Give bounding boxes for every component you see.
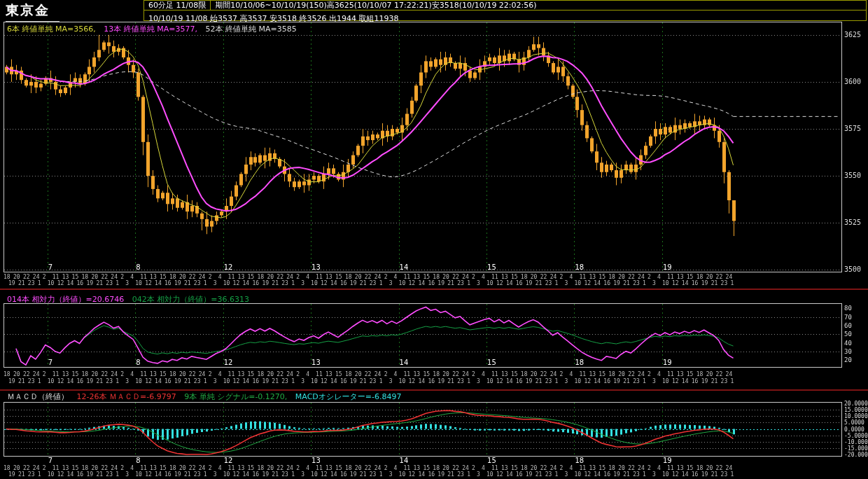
legend-macd-title: ＭＡＣＤ（終値） xyxy=(7,392,69,401)
panel-separator-1 xyxy=(0,289,868,290)
terminal-screen: 東京金 60分足 11/08限 期間10/10/06~10/10/19(150)… xyxy=(0,0,868,479)
legend-macd-signal: 9本 単純 シグナル=-0.1270, xyxy=(184,392,287,401)
legend-ma13: 13本 終値単純 MA=3577, xyxy=(104,25,197,34)
chart-canvas[interactable] xyxy=(0,0,868,479)
rsi-legend: 014本 相対力（終値）=20.6746 042本 相対力（終値）=36.631… xyxy=(7,294,255,305)
contract-info-box: 60分足 11/08限 期間10/10/06~10/10/19(150)高362… xyxy=(144,0,867,21)
header-row-1: 60分足 11/08限 期間10/10/06~10/10/19(150)高362… xyxy=(144,1,866,11)
main-chart-legend: 6本 終値単純 MA=3566, 13本 終値単純 MA=3577, 52本 終… xyxy=(7,24,302,34)
legend-rsi42: 042本 相対力（終値）=36.6313 xyxy=(132,295,249,304)
period-label: 期間10/10/06~10/10/19(150)高3625(10/10/07 1… xyxy=(211,1,540,10)
quote-line: 10/10/19 11/08 始3537 高3537 安3518 終3526 出… xyxy=(144,14,403,23)
header-row-2: 10/10/19 11/08 始3537 高3537 安3518 終3526 出… xyxy=(144,11,866,24)
legend-macd-value: 12-26本 ＭＡＣＤ=-6.9797 xyxy=(77,392,176,401)
macd-legend: ＭＡＣＤ（終値） 12-26本 ＭＡＣＤ=-6.9797 9本 単純 シグナル=… xyxy=(7,391,407,402)
header: 東京金 60分足 11/08限 期間10/10/06~10/10/19(150)… xyxy=(0,0,868,21)
legend-macd-osc: MACDオシレーター=-6.8497 xyxy=(295,392,402,401)
timeframe-label: 60分足 11/08限 xyxy=(144,1,211,10)
app-title: 東京金 xyxy=(6,1,59,22)
legend-ma52: 52本 終値単純 MA=3585 xyxy=(205,25,296,34)
panel-separator-2 xyxy=(0,389,868,391)
legend-ma6: 6本 終値単純 MA=3566, xyxy=(7,25,96,34)
legend-rsi14: 014本 相対力（終値）=20.6746 xyxy=(7,295,124,304)
